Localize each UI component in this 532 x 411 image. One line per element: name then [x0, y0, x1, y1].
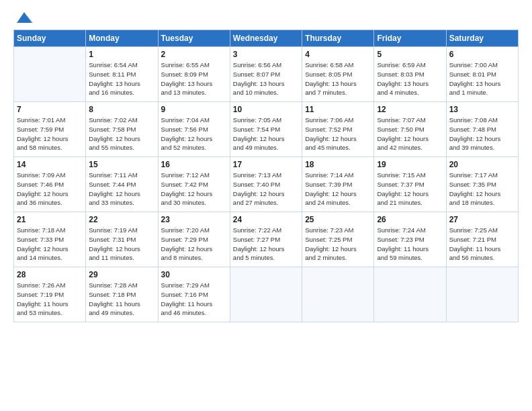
day-cell: 13Sunrise: 7:08 AMSunset: 7:48 PMDayligh… [446, 102, 518, 157]
day-header-wednesday: Wednesday [230, 30, 302, 47]
day-number: 13 [449, 105, 515, 114]
day-number: 1 [89, 50, 154, 59]
calendar-body: 1Sunrise: 6:54 AMSunset: 8:11 PMDaylight… [14, 47, 519, 322]
day-info: Sunrise: 7:20 AMSunset: 7:29 PMDaylight:… [161, 226, 227, 263]
day-number: 9 [161, 105, 227, 114]
day-number: 23 [161, 215, 227, 224]
day-info: Sunrise: 7:18 AMSunset: 7:33 PMDaylight:… [17, 226, 83, 263]
days-of-week-row: SundayMondayTuesdayWednesdayThursdayFrid… [14, 30, 519, 47]
week-row-5: 28Sunrise: 7:26 AMSunset: 7:19 PMDayligh… [14, 267, 519, 322]
day-info: Sunrise: 7:05 AMSunset: 7:54 PMDaylight:… [233, 116, 299, 152]
week-row-3: 14Sunrise: 7:09 AMSunset: 7:46 PMDayligh… [14, 157, 519, 212]
day-cell: 12Sunrise: 7:07 AMSunset: 7:50 PMDayligh… [374, 102, 446, 157]
day-info: Sunrise: 7:00 AMSunset: 8:01 PMDaylight:… [449, 60, 515, 97]
day-cell: 14Sunrise: 7:09 AMSunset: 7:46 PMDayligh… [14, 157, 86, 212]
calendar-header: SundayMondayTuesdayWednesdayThursdayFrid… [14, 30, 519, 47]
day-number: 17 [233, 160, 299, 169]
header [13, 12, 519, 23]
day-info: Sunrise: 7:06 AMSunset: 7:52 PMDaylight:… [305, 116, 371, 152]
day-number: 30 [161, 270, 227, 279]
day-header-monday: Monday [86, 30, 158, 47]
day-number: 19 [377, 160, 443, 169]
day-cell: 4Sunrise: 6:58 AMSunset: 8:05 PMDaylight… [302, 47, 374, 102]
day-cell: 7Sunrise: 7:01 AMSunset: 7:59 PMDaylight… [14, 102, 86, 157]
day-number: 7 [17, 105, 83, 114]
day-cell: 2Sunrise: 6:55 AMSunset: 8:09 PMDaylight… [158, 47, 230, 102]
day-cell: 23Sunrise: 7:20 AMSunset: 7:29 PMDayligh… [158, 212, 230, 267]
day-number: 3 [233, 50, 299, 59]
day-cell: 3Sunrise: 6:56 AMSunset: 8:07 PMDaylight… [230, 47, 302, 102]
day-number: 28 [17, 270, 83, 279]
day-cell: 20Sunrise: 7:17 AMSunset: 7:35 PMDayligh… [446, 157, 518, 212]
day-cell: 10Sunrise: 7:05 AMSunset: 7:54 PMDayligh… [230, 102, 302, 157]
day-number: 8 [89, 105, 154, 114]
day-info: Sunrise: 6:58 AMSunset: 8:05 PMDaylight:… [305, 60, 371, 97]
day-info: Sunrise: 7:04 AMSunset: 7:56 PMDaylight:… [161, 116, 227, 152]
day-info: Sunrise: 7:15 AMSunset: 7:37 PMDaylight:… [377, 171, 443, 208]
day-info: Sunrise: 7:14 AMSunset: 7:39 PMDaylight:… [305, 171, 371, 208]
day-number: 15 [89, 160, 154, 169]
day-cell: 17Sunrise: 7:13 AMSunset: 7:40 PMDayligh… [230, 157, 302, 212]
day-header-sunday: Sunday [14, 30, 86, 47]
day-info: Sunrise: 7:01 AMSunset: 7:59 PMDaylight:… [17, 116, 83, 152]
day-number: 24 [233, 215, 299, 224]
day-cell [230, 267, 302, 322]
day-cell [302, 267, 374, 322]
day-info: Sunrise: 7:17 AMSunset: 7:35 PMDaylight:… [449, 171, 515, 208]
logo [13, 12, 33, 23]
day-number: 10 [233, 105, 299, 114]
day-number: 5 [377, 50, 443, 59]
day-cell: 29Sunrise: 7:28 AMSunset: 7:18 PMDayligh… [86, 267, 158, 322]
day-cell: 18Sunrise: 7:14 AMSunset: 7:39 PMDayligh… [302, 157, 374, 212]
day-info: Sunrise: 6:59 AMSunset: 8:03 PMDaylight:… [377, 60, 443, 97]
day-info: Sunrise: 7:02 AMSunset: 7:58 PMDaylight:… [89, 116, 154, 152]
day-number: 29 [89, 270, 154, 279]
day-cell: 5Sunrise: 6:59 AMSunset: 8:03 PMDaylight… [374, 47, 446, 102]
day-info: Sunrise: 6:55 AMSunset: 8:09 PMDaylight:… [161, 60, 227, 97]
day-info: Sunrise: 6:54 AMSunset: 8:11 PMDaylight:… [89, 60, 154, 97]
day-cell: 11Sunrise: 7:06 AMSunset: 7:52 PMDayligh… [302, 102, 374, 157]
day-number: 27 [449, 215, 515, 224]
logo-icon [15, 11, 33, 26]
day-info: Sunrise: 7:25 AMSunset: 7:21 PMDaylight:… [449, 226, 515, 263]
day-number: 11 [305, 105, 371, 114]
day-info: Sunrise: 7:07 AMSunset: 7:50 PMDaylight:… [377, 116, 443, 152]
day-cell [446, 267, 518, 322]
day-cell: 6Sunrise: 7:00 AMSunset: 8:01 PMDaylight… [446, 47, 518, 102]
day-number: 4 [305, 50, 371, 59]
day-info: Sunrise: 7:29 AMSunset: 7:16 PMDaylight:… [161, 281, 227, 318]
day-number: 14 [17, 160, 83, 169]
day-number: 2 [161, 50, 227, 59]
day-info: Sunrise: 7:19 AMSunset: 7:31 PMDaylight:… [89, 226, 154, 263]
day-cell: 26Sunrise: 7:24 AMSunset: 7:23 PMDayligh… [374, 212, 446, 267]
day-number: 26 [377, 215, 443, 224]
day-cell: 27Sunrise: 7:25 AMSunset: 7:21 PMDayligh… [446, 212, 518, 267]
day-cell: 1Sunrise: 6:54 AMSunset: 8:11 PMDaylight… [86, 47, 158, 102]
day-cell: 19Sunrise: 7:15 AMSunset: 7:37 PMDayligh… [374, 157, 446, 212]
day-info: Sunrise: 7:22 AMSunset: 7:27 PMDaylight:… [233, 226, 299, 263]
day-info: Sunrise: 7:28 AMSunset: 7:18 PMDaylight:… [89, 281, 154, 318]
day-cell: 30Sunrise: 7:29 AMSunset: 7:16 PMDayligh… [158, 267, 230, 322]
day-number: 16 [161, 160, 227, 169]
day-cell: 28Sunrise: 7:26 AMSunset: 7:19 PMDayligh… [14, 267, 86, 322]
day-number: 21 [17, 215, 83, 224]
day-number: 22 [89, 215, 154, 224]
day-info: Sunrise: 7:11 AMSunset: 7:44 PMDaylight:… [89, 171, 154, 208]
week-row-4: 21Sunrise: 7:18 AMSunset: 7:33 PMDayligh… [14, 212, 519, 267]
day-cell [14, 47, 86, 102]
day-header-saturday: Saturday [446, 30, 518, 47]
day-number: 6 [449, 50, 515, 59]
day-info: Sunrise: 7:12 AMSunset: 7:42 PMDaylight:… [161, 171, 227, 208]
day-number: 12 [377, 105, 443, 114]
day-header-tuesday: Tuesday [158, 30, 230, 47]
day-number: 20 [449, 160, 515, 169]
day-header-thursday: Thursday [302, 30, 374, 47]
day-info: Sunrise: 7:23 AMSunset: 7:25 PMDaylight:… [305, 226, 371, 263]
week-row-2: 7Sunrise: 7:01 AMSunset: 7:59 PMDaylight… [14, 102, 519, 157]
day-cell: 8Sunrise: 7:02 AMSunset: 7:58 PMDaylight… [86, 102, 158, 157]
day-cell: 21Sunrise: 7:18 AMSunset: 7:33 PMDayligh… [14, 212, 86, 267]
day-info: Sunrise: 7:08 AMSunset: 7:48 PMDaylight:… [449, 116, 515, 152]
day-cell: 24Sunrise: 7:22 AMSunset: 7:27 PMDayligh… [230, 212, 302, 267]
day-info: Sunrise: 7:26 AMSunset: 7:19 PMDaylight:… [17, 281, 83, 318]
day-number: 18 [305, 160, 371, 169]
